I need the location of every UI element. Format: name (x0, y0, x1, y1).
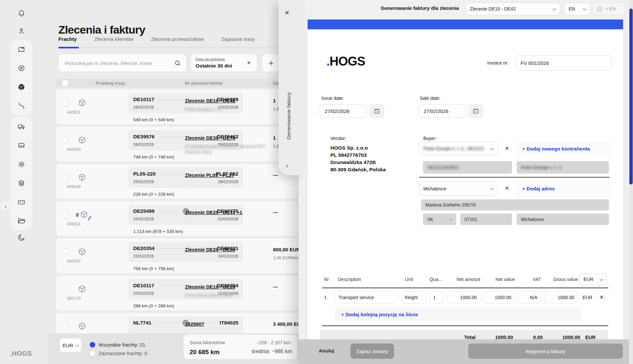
issue-date-input[interactable]: 27/02/2026 (320, 104, 367, 118)
invoice-currency-select[interactable]: EUR (579, 273, 607, 285)
checkbox-icon[interactable] (596, 6, 602, 12)
search-box (58, 54, 187, 72)
distance-text: 1 213 km (678 + 535 km) (133, 229, 183, 234)
tab-zlecenia-klientow[interactable]: Zlecenia klientów (94, 36, 134, 42)
radio-off-icon[interactable] (90, 350, 95, 356)
order-link[interactable]: 1825807 (185, 321, 204, 327)
row-checkbox[interactable] (62, 286, 68, 292)
row-checkbox[interactable] (62, 137, 68, 143)
tab-bar: Frachty Zlecenia klientów Zlecenia przew… (58, 36, 255, 42)
freight-row[interactable]: 430179DE10117DE2035420/02/202621/02/2026… (56, 276, 303, 310)
sidebar-item-routes-active[interactable] (15, 99, 28, 112)
row-checkbox[interactable] (62, 174, 68, 181)
freight-row[interactable]: 439199PL05-220PL27-55225/02/202626/02/20… (56, 164, 303, 199)
order-link[interactable]: Zlecenie DE10 - DE42 (185, 98, 235, 103)
item-unit-input[interactable] (401, 292, 426, 303)
pickup-date: 23/02/2026 (133, 254, 154, 259)
postal-code-input[interactable]: 07101 (460, 213, 512, 225)
add-freight-button[interactable]: + (262, 54, 280, 72)
sidebar-item-settings[interactable] (15, 158, 28, 171)
currency-select[interactable]: EUR (59, 338, 82, 352)
add-contractor-link[interactable]: + Dodaj nowego kontrahenta (522, 146, 590, 152)
street-input[interactable]: Maxima Gorkeho 2957/5 (421, 199, 609, 210)
language-select[interactable]: EN (564, 3, 590, 15)
add-item-link[interactable]: + Dodaj kolejną pozycję na liście (341, 312, 418, 317)
radio-all-freights[interactable]: Wszystkie frachty: 21 (90, 342, 145, 348)
order-link[interactable]: Zlecenie DE20 - DE80 (185, 247, 235, 252)
city-input[interactable]: Michalovce (517, 213, 609, 225)
dark-mode-button[interactable] (15, 231, 28, 244)
sale-date-calendar-button[interactable] (468, 104, 483, 118)
folder-icon (17, 217, 25, 225)
sidebar-item-payments[interactable] (15, 196, 28, 209)
issue-date-calendar-button[interactable] (369, 104, 384, 118)
item-gross-value-input[interactable] (544, 292, 578, 303)
filter-clear-icon[interactable]: ✕ (245, 59, 252, 67)
remove-item-icon[interactable]: ✕ (599, 294, 604, 300)
sidebar-item-workspace[interactable] (15, 139, 28, 152)
radio-selected-freights[interactable]: Zaznaczone frachty: 0 (90, 350, 147, 356)
tab-zapisane-trasy[interactable]: Zapisane trasy (221, 36, 255, 42)
sale-date-input[interactable]: 27/02/2026 (419, 104, 466, 118)
freight-row[interactable]: 430287DE20354DE8033123/02/202624/02/2026… (56, 238, 303, 273)
radio-selected-label: Zaznaczone frachty: 0 (99, 350, 147, 356)
item-description-input[interactable] (335, 292, 398, 303)
order-link[interactable]: Zlecenie DE10 - DE20 (185, 284, 235, 290)
drawer-tab-label[interactable]: Generowanie faktury (286, 92, 291, 140)
search-icon (174, 60, 181, 67)
item-net-value-input[interactable] (484, 292, 515, 303)
sidebar-item-layers[interactable] (15, 177, 28, 190)
add-language-toggle[interactable]: + EN (593, 3, 625, 15)
collapse-chevron-icon[interactable]: › (286, 162, 288, 169)
save-changes-button[interactable]: Zapisz zmiany (350, 344, 394, 359)
buyer-select[interactable]: Pulse Europe s. r. o., SK2121... (419, 142, 498, 155)
linked-count: 2 (76, 212, 78, 217)
sidebar-item-documents[interactable] (15, 214, 28, 228)
tab-frachty[interactable]: Frachty (58, 36, 77, 42)
buyer-tax-id-input[interactable]: SK2121343521 (423, 161, 512, 174)
freight-row[interactable]: 2438311DE254892DE3377525/02/202602/03/20… (56, 201, 303, 236)
search-input[interactable] (64, 60, 174, 66)
credit-card-icon (17, 198, 25, 206)
close-icon[interactable]: ✕ (285, 9, 289, 16)
row-checkbox[interactable] (62, 99, 68, 106)
row-checkbox[interactable] (62, 211, 68, 218)
buyer-name-input[interactable]: Pulse Europe s. r. o. (517, 161, 609, 174)
cancel-button[interactable]: Anuluj (319, 348, 334, 353)
item-vat-input[interactable] (518, 292, 541, 303)
scrollbar-thumb[interactable] (629, 9, 633, 184)
notifications-button[interactable] (15, 6, 28, 19)
pickup-date: 26/02/2026 (133, 142, 154, 147)
invoice-number-input[interactable]: FV 001/2026 (516, 55, 612, 70)
sidebar-expand-button[interactable]: › (0, 201, 11, 212)
date-filter-chip[interactable]: Data pozyskania Ostatnie 30 dni ✕ (191, 54, 257, 72)
order-select[interactable]: Zlecenie DE10 - DE42 (466, 3, 560, 15)
sidebar-item-map[interactable] (15, 43, 28, 56)
item-quantity-input[interactable] (430, 292, 444, 303)
sidebar-item-explore[interactable] (15, 62, 28, 75)
sidebar-item-fleet[interactable] (15, 120, 28, 133)
select-all-checkbox[interactable] (62, 80, 68, 86)
country-select[interactable]: SK (423, 213, 456, 225)
item-net-amount-input[interactable] (447, 292, 480, 303)
freight-row[interactable]: 440911DE10117DE4292926/02/202627/02/2026… (56, 90, 303, 124)
row-checkbox[interactable] (62, 323, 68, 329)
sidebar-item-shipments[interactable] (15, 80, 28, 94)
invoice-document: .HOGS Invoice nr: FV 001/2026 Issue date… (308, 19, 623, 364)
order-link[interactable]: Zlecenie PL05 - PL27 (185, 172, 234, 178)
order-link[interactable]: Zlecenie DE39 - DE78 (185, 135, 235, 141)
freight-row[interactable]: 440803DE39576DE7846226/02/202603/03/2026… (56, 127, 303, 161)
address-select[interactable]: Michalovce (419, 182, 497, 196)
generate-invoice-button[interactable]: Wygeneruj fakturę (468, 344, 623, 359)
add-address-link[interactable]: + Dodaj adres (522, 186, 555, 191)
chevron-down-icon (75, 343, 79, 347)
profile-button[interactable] (15, 24, 28, 38)
radio-on-icon[interactable] (90, 342, 95, 348)
tab-zlecenia-przewoznikow[interactable]: Zlecenia przewoźników (151, 36, 204, 42)
clear-buyer-icon[interactable]: ✕ (505, 145, 509, 152)
clear-address-icon[interactable]: ✕ (505, 185, 509, 191)
row-checkbox[interactable] (62, 248, 68, 255)
order-link[interactable]: Zlecenie DE25 - DE33 +1 (185, 210, 242, 215)
calendar-icon (374, 108, 380, 114)
page-scrollbar[interactable] (629, 0, 633, 364)
